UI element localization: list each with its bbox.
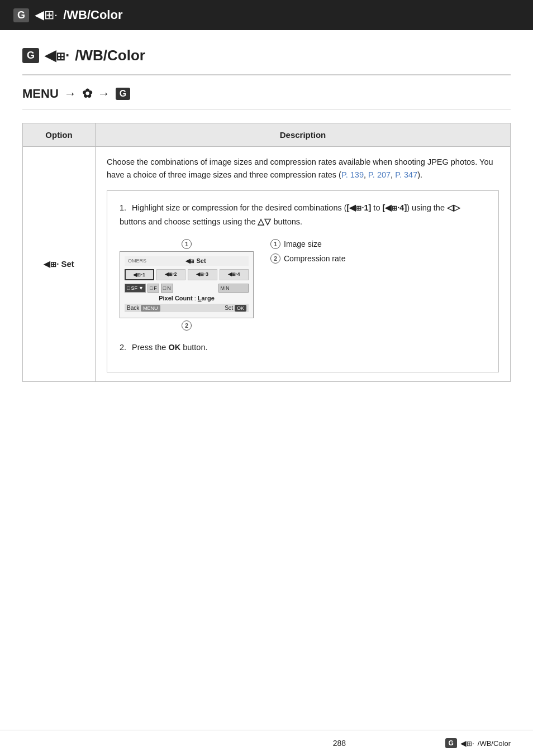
- legend1-circle: 1: [270, 239, 280, 249]
- instruction-box: 1. Highlight size or compression for the…: [107, 190, 499, 372]
- header-title: /WB/Color: [63, 8, 122, 22]
- footer-g-label: G: [445, 738, 457, 748]
- footer-icon: ◀⊞·: [460, 739, 474, 748]
- legend-item-1: 1 Image size: [270, 239, 346, 249]
- section-g-label: G: [22, 48, 39, 63]
- cam-q-sf: □ SF ▼: [125, 284, 146, 293]
- camera-area: 1 OMERS ◀⊞ Set: [120, 239, 486, 331]
- camera-screen-label: ◀⊞ Set: [185, 257, 206, 265]
- path-g-label: G: [116, 88, 130, 100]
- heading-divider: [22, 74, 511, 75]
- set-icon: ◀⊞· Set: [44, 259, 74, 269]
- section-title: /WB/Color: [75, 47, 145, 64]
- camera-top-bar: OMERS ◀⊞ Set: [125, 256, 249, 266]
- col-header-description: Description: [96, 123, 511, 147]
- callout1-circle: 1: [182, 239, 192, 249]
- legend2-circle: 2: [270, 253, 280, 264]
- option-cell: ◀⊞· Set: [23, 147, 96, 382]
- menu-label: MENU: [22, 87, 59, 101]
- camera-brand: OMERS: [128, 258, 146, 264]
- ok-button-label: OK: [168, 343, 180, 352]
- cam-q-mn: M N: [218, 284, 249, 293]
- cam-pixel-label: Pixel Co: [159, 295, 183, 302]
- page-footer: 288 G ◀⊞· /WB/Color: [0, 730, 533, 756]
- gear-icon: ✿: [82, 87, 92, 101]
- callout2-circle: 2: [182, 320, 192, 331]
- header-g-label: G: [13, 8, 29, 22]
- description-cell: Choose the combinations of image sizes a…: [96, 147, 511, 382]
- legend2-text: Compression rate: [284, 254, 346, 263]
- footer-right: G ◀⊞· /WB/Color: [445, 738, 511, 748]
- cam-pixel-value: L: [198, 295, 202, 302]
- cam-pixel-value2: arge: [202, 295, 215, 302]
- description-intro: Choose the combinations of image sizes a…: [107, 156, 499, 181]
- camera-tab-row: ◀⊞·1 ◀⊞·2 ◀⊞·3 ◀⊞·4: [125, 269, 249, 280]
- footer-page-number: 288: [234, 739, 445, 748]
- table-row: ◀⊞· Set Choose the combinations of image…: [23, 147, 511, 382]
- col-header-option: Option: [23, 123, 96, 147]
- cam-tab-1: ◀⊞·1: [125, 269, 154, 280]
- legend-area: 1 Image size 2 Compression rate: [270, 239, 346, 264]
- section-heading: G ◀⊞· /WB/Color: [22, 47, 511, 64]
- link-p207[interactable]: P. 207: [368, 170, 391, 179]
- cam-ok-btn: OK: [235, 305, 246, 312]
- page-header: G ◀​⊞​· /WB/Color: [0, 0, 533, 30]
- menu-path: MENU → ✿ → G: [22, 87, 511, 109]
- section-icon: ◀⊞·: [45, 47, 69, 64]
- cam-back-label: Back MENU: [127, 305, 160, 311]
- cam-tab-3: ◀⊞·3: [188, 269, 217, 280]
- legend1-text: Image size: [284, 240, 322, 248]
- cam-tab-4: ◀⊞·4: [220, 269, 249, 280]
- legend-item-2: 2 Compression rate: [270, 253, 346, 264]
- cam-set-label: Set OK: [225, 305, 246, 311]
- footer-title: /WB/Color: [478, 739, 511, 748]
- arrow2-icon: →: [98, 87, 110, 101]
- cam-pixel-count-row: Pixel Count : Large: [125, 295, 249, 302]
- step1: 1. Highlight size or compression for the…: [120, 201, 486, 228]
- step2: 2. Press the OK button.: [120, 341, 486, 355]
- header-icon: ◀​⊞​·: [35, 8, 58, 22]
- cam-q-f: □ F: [147, 284, 159, 293]
- cam-tab-2: ◀⊞·2: [156, 269, 186, 280]
- camera-screen: OMERS ◀⊞ Set ◀⊞·1 ◀⊞·2 ◀⊞·3: [120, 251, 254, 318]
- cam-back-btn: MENU: [141, 305, 160, 312]
- step2-number: 2.: [120, 343, 126, 352]
- cam-bottom-bar: Back MENU Set OK: [125, 304, 249, 312]
- option-label: ◀⊞· Set: [34, 259, 84, 269]
- step1-number: 1.: [120, 203, 126, 212]
- link-p347[interactable]: P. 347: [395, 170, 417, 179]
- link-p139[interactable]: P. 139: [341, 170, 364, 179]
- content-table: Option Description ◀⊞· Set Choose the co…: [22, 123, 511, 382]
- main-content: G ◀⊞· /WB/Color MENU → ✿ → G Option Desc…: [0, 30, 533, 404]
- cam-pixel-label2: unt: [183, 295, 193, 302]
- cam-q-n: □ N: [161, 284, 173, 293]
- arrow1-icon: →: [64, 87, 77, 101]
